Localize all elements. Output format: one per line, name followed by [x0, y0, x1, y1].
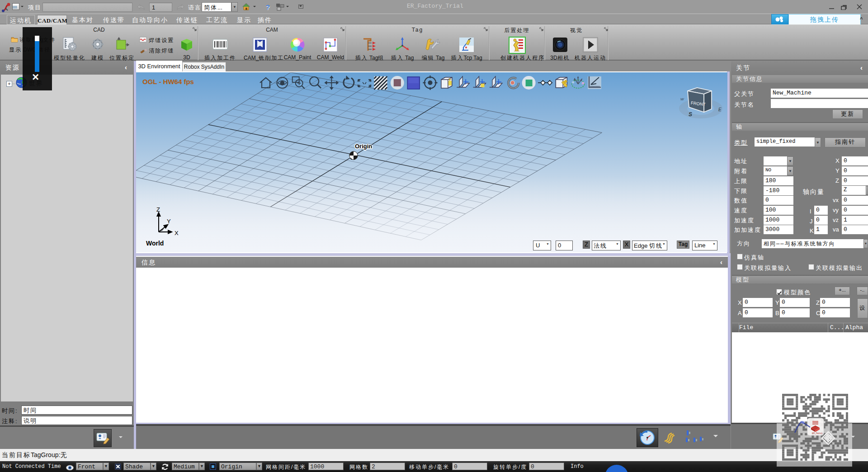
svg-text:X: X	[175, 230, 179, 236]
svg-text:E: E	[718, 107, 722, 112]
svg-text:ER_Factory: ER_Factory	[812, 432, 823, 434]
svg-text:S: S	[689, 111, 692, 118]
svg-text:W: W	[680, 97, 684, 101]
svg-text:Z: Z	[156, 207, 160, 213]
svg-text:Y: Y	[167, 218, 171, 225]
